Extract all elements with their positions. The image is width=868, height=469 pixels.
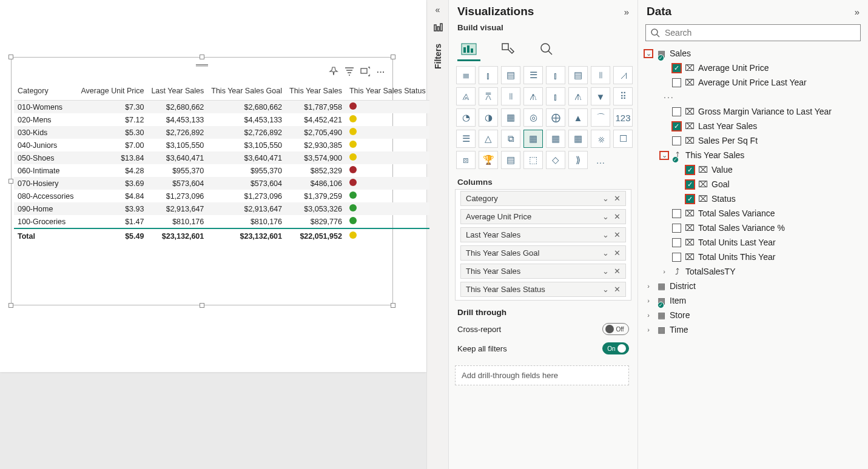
table-time[interactable]: ›▦Time [642, 322, 864, 337]
expand-icon[interactable]: ⌄ [644, 50, 653, 58]
viz-type-icon[interactable]: ⩞ [479, 87, 498, 105]
viz-type-icon[interactable]: ◑ [479, 108, 498, 127]
tree-item[interactable]: ✓⌧Value [642, 162, 864, 177]
col-header[interactable]: This Year Sales [286, 83, 346, 101]
kpi-totalsalesty[interactable]: ›⤴TotalSalesTY [642, 264, 864, 279]
field-checkbox[interactable] [672, 209, 681, 218]
viz-type-icon[interactable]: ▦ [523, 130, 543, 148]
field-pill[interactable]: Last Year Sales⌄✕ [460, 227, 626, 242]
pin-icon[interactable] [328, 66, 339, 77]
filter-icon[interactable] [344, 66, 355, 77]
search-box[interactable] [645, 24, 861, 41]
viz-type-icon[interactable]: ▤ [501, 66, 520, 84]
field-checkbox[interactable] [672, 136, 681, 145]
remove-field-icon[interactable]: ✕ [614, 267, 621, 276]
viz-type-icon[interactable]: ☐ [613, 130, 633, 148]
drill-drop-area[interactable]: Add drill-through fields here [455, 365, 629, 385]
viz-type-icon[interactable]: ⩘ [613, 66, 633, 84]
tree-item[interactable]: ✓⌧Last Year Sales [642, 119, 864, 133]
field-pill[interactable]: Category⌄✕ [460, 191, 626, 206]
expand-icon[interactable]: › [644, 311, 653, 319]
field-checkbox[interactable] [672, 238, 681, 247]
table-sales[interactable]: ⌄▦Sales✓ [642, 46, 864, 61]
tree-item[interactable]: ✓⌧Average Unit Price [642, 61, 864, 75]
columns-well[interactable]: Category⌄✕Average Unit Price⌄✕Last Year … [455, 189, 631, 301]
viz-type-icon[interactable]: ⩚ [523, 87, 543, 105]
table-row[interactable]: 040-Juniors$7.00$3,105,550$3,105,550$2,9… [14, 139, 429, 151]
more-fields-icon[interactable]: ··· [642, 90, 864, 104]
chevron-down-icon[interactable]: ⌄ [602, 194, 609, 203]
field-pill[interactable]: Average Unit Price⌄✕ [460, 209, 626, 224]
tree-item[interactable]: ⌧Total Sales Variance % [642, 221, 864, 235]
viz-type-icon[interactable]: ▤ [568, 66, 588, 84]
field-checkbox[interactable] [672, 253, 681, 262]
keep-filters-toggle[interactable]: On [602, 342, 629, 354]
report-canvas[interactable]: ══ ··· CategoryAverage Unit PriceLast Ye… [0, 0, 426, 469]
viz-type-icon[interactable]: ▼ [591, 87, 610, 105]
chevron-down-icon[interactable]: ⌄ [602, 267, 609, 276]
field-checkbox[interactable]: ✓ [685, 180, 695, 189]
viz-type-icon[interactable]: ▤ [501, 151, 520, 169]
field-checkbox[interactable]: ✓ [685, 165, 695, 175]
build-tab[interactable] [457, 38, 480, 61]
field-checkbox[interactable] [672, 224, 681, 233]
collapse-viz-icon[interactable]: » [624, 7, 629, 17]
remove-field-icon[interactable]: ✕ [614, 285, 621, 294]
viz-type-icon[interactable]: ◇ [546, 151, 565, 169]
search-input[interactable] [665, 28, 855, 38]
viz-type-icon[interactable]: ≣ [456, 66, 476, 84]
expand-icon[interactable]: › [660, 268, 668, 275]
table-store[interactable]: ›▦Store [642, 308, 864, 322]
viz-type-icon[interactable]: ▦ [546, 130, 565, 148]
tree-item[interactable]: ⌧Total Units Last Year [642, 235, 864, 250]
viz-type-icon[interactable]: ⫿ [546, 87, 565, 105]
more-options-icon[interactable]: ··· [375, 66, 386, 77]
col-header[interactable]: This Year Sales Status [346, 83, 429, 101]
tree-item[interactable]: ⌧Gross Margin Variance to Last Year [642, 104, 864, 119]
table-row[interactable]: 050-Shoes$13.84$3,640,471$3,640,471$3,57… [14, 151, 429, 164]
col-header[interactable]: Category [14, 83, 77, 101]
expand-icon[interactable]: ⌄ [660, 151, 668, 159]
filters-icon[interactable] [433, 23, 443, 33]
viz-type-icon[interactable]: ⧇ [456, 151, 476, 169]
viz-type-icon[interactable]: ▦ [568, 130, 588, 148]
tree-item[interactable]: ✓⌧Status [642, 191, 864, 206]
table-row[interactable]: 070-Hosiery$3.69$573,604$573,604$486,106 [14, 177, 429, 190]
viz-type-icon[interactable]: △ [479, 130, 498, 148]
remove-field-icon[interactable]: ✕ [614, 230, 621, 239]
chevron-down-icon[interactable]: ⌄ [602, 212, 609, 221]
viz-type-icon[interactable]: ⫴ [591, 66, 610, 84]
field-pill[interactable]: This Year Sales⌄✕ [460, 264, 626, 279]
viz-type-icon[interactable]: ⫿ [479, 66, 498, 84]
chevron-down-icon[interactable]: ⌄ [602, 285, 609, 294]
viz-type-icon[interactable]: ⟫ [568, 151, 588, 169]
filters-label[interactable]: Filters [433, 44, 443, 69]
viz-type-icon[interactable]: ⌒ [591, 108, 610, 127]
col-header[interactable]: Average Unit Price [77, 83, 147, 101]
tree-item[interactable]: ⌧Total Units This Year [642, 250, 864, 264]
field-checkbox[interactable] [672, 107, 681, 116]
field-pill[interactable]: This Year Sales Goal⌄✕ [460, 245, 626, 261]
viz-type-icon[interactable]: ⫿ [546, 66, 565, 84]
table-row[interactable]: 090-Home$3.93$2,913,647$2,913,647$3,053,… [14, 202, 429, 215]
viz-type-icon[interactable]: ⨳ [591, 130, 610, 148]
viz-type-icon[interactable]: 123 [613, 108, 633, 127]
expand-icon[interactable]: › [644, 282, 653, 290]
table-visual[interactable]: ══ ··· CategoryAverage Unit PriceLast Ye… [11, 57, 393, 305]
viz-type-icon[interactable]: ⬚ [523, 151, 543, 169]
viz-type-icon[interactable]: … [591, 151, 610, 169]
table-row[interactable]: 030-Kids$5.30$2,726,892$2,726,892$2,705,… [14, 126, 429, 139]
viz-type-icon[interactable]: ⫴ [501, 87, 520, 105]
chevron-down-icon[interactable]: ⌄ [602, 248, 609, 258]
viz-type-icon[interactable]: ☰ [456, 130, 476, 148]
remove-field-icon[interactable]: ✕ [614, 248, 621, 258]
tree-item[interactable]: ✓⌧Goal [642, 177, 864, 191]
field-pill[interactable]: This Year Sales Status⌄✕ [460, 282, 626, 297]
filters-rail[interactable]: « Filters [426, 0, 448, 469]
viz-type-icon[interactable]: ⠿ [613, 87, 633, 105]
viz-type-icon[interactable]: ☰ [523, 66, 543, 84]
kpi-this-year-sales[interactable]: ⌄⤴This Year Sales✓ [642, 148, 864, 162]
remove-field-icon[interactable]: ✕ [614, 194, 621, 203]
expand-icon[interactable]: › [644, 326, 653, 333]
field-checkbox[interactable]: ✓ [672, 64, 681, 73]
